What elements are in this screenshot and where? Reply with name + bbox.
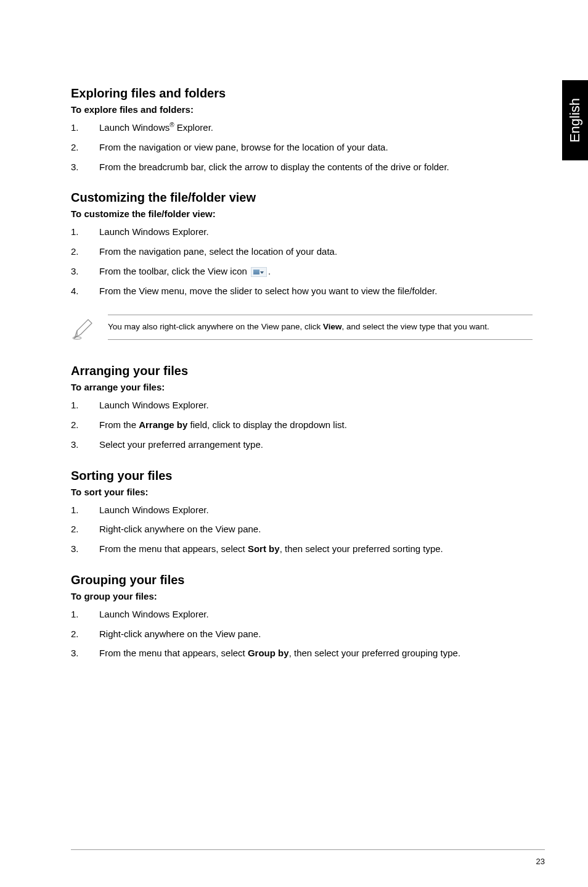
step-number: 2. — [71, 627, 99, 641]
list-item: 3. From the breadcrumb bar, click the ar… — [71, 160, 533, 174]
list-item: 1. Launch Windows Explorer. — [71, 225, 533, 239]
step-text: From the toolbar, click the View icon . — [99, 265, 533, 278]
svg-point-0 — [73, 337, 81, 339]
steps-customizing: 1. Launch Windows Explorer. 2. From the … — [71, 225, 533, 297]
steps-arranging: 1. Launch Windows Explorer. 2. From the … — [71, 398, 533, 451]
step-text: Launch Windows Explorer. — [99, 608, 533, 621]
step-text: Right-click anywhere on the View pane. — [99, 627, 533, 641]
list-item: 3. From the menu that appears, select Gr… — [71, 646, 533, 660]
steps-grouping: 1. Launch Windows Explorer. 2. Right-cli… — [71, 608, 533, 660]
language-tab-label: English — [567, 98, 583, 142]
subheading-customizing: To customize the file/folder view: — [71, 208, 533, 219]
note-block: You may also right-click anywhere on the… — [71, 315, 533, 344]
step-number: 1. — [71, 398, 99, 412]
step-number: 3. — [71, 160, 99, 174]
heading-sorting: Sorting your files — [71, 469, 533, 483]
step-number: 1. — [71, 503, 99, 517]
step-number: 1. — [71, 225, 99, 239]
list-item: 1. Launch Windows Explorer. — [71, 398, 533, 412]
list-item: 2. Right-click anywhere on the View pane… — [71, 627, 533, 641]
steps-sorting: 1. Launch Windows Explorer. 2. Right-cli… — [71, 503, 533, 556]
step-number: 3. — [71, 542, 99, 556]
subheading-arranging: To arrange your files: — [71, 382, 533, 392]
step-text: From the navigation pane, select the loc… — [99, 245, 533, 258]
step-text: Select your preferred arrangement type. — [99, 438, 533, 452]
list-item: 1. Launch Windows® Explorer. — [71, 121, 533, 134]
step-text: From the navigation or view pane, browse… — [99, 141, 533, 154]
subheading-sorting: To sort your files: — [71, 487, 533, 497]
heading-arranging: Arranging your files — [71, 364, 533, 378]
pencil-icon — [71, 315, 108, 344]
step-number: 4. — [71, 284, 99, 298]
step-number: 1. — [71, 121, 99, 134]
step-text: From the breadcrumb bar, click the arrow… — [99, 160, 533, 174]
step-number: 2. — [71, 418, 99, 432]
list-item: 2. From the navigation pane, select the … — [71, 245, 533, 258]
language-tab: English — [562, 80, 588, 160]
step-number: 2. — [71, 245, 99, 258]
step-number: 3. — [71, 265, 99, 278]
step-number: 3. — [71, 646, 99, 660]
step-text: Launch Windows® Explorer. — [99, 121, 533, 134]
footer-divider — [71, 849, 545, 850]
step-text: Right-click anywhere on the View pane. — [99, 522, 533, 536]
steps-exploring: 1. Launch Windows® Explorer. 2. From the… — [71, 121, 533, 173]
subheading-grouping: To group your files: — [71, 591, 533, 601]
list-item: 4. From the View menu, move the slider t… — [71, 284, 533, 298]
step-number: 2. — [71, 522, 99, 536]
step-text: From the menu that appears, select Sort … — [99, 542, 533, 556]
step-text: Launch Windows Explorer. — [99, 225, 533, 239]
list-item: 2. From the Arrange by field, click to d… — [71, 418, 533, 432]
step-number: 2. — [71, 141, 99, 154]
step-text: From the Arrange by field, click to disp… — [99, 418, 533, 432]
step-text: Launch Windows Explorer. — [99, 398, 533, 412]
heading-exploring: Exploring files and folders — [71, 86, 533, 101]
view-icon — [251, 267, 267, 277]
step-text: Launch Windows Explorer. — [99, 503, 533, 517]
list-item: 3. From the toolbar, click the View icon… — [71, 265, 533, 278]
heading-grouping: Grouping your files — [71, 573, 533, 587]
list-item: 3. From the menu that appears, select So… — [71, 542, 533, 556]
list-item: 3. Select your preferred arrangement typ… — [71, 438, 533, 452]
subheading-exploring: To explore files and folders: — [71, 104, 533, 115]
heading-customizing: Customizing the file/folder view — [71, 191, 533, 205]
list-item: 1. Launch Windows Explorer. — [71, 503, 533, 517]
step-text: From the menu that appears, select Group… — [99, 646, 533, 660]
list-item: 2. From the navigation or view pane, bro… — [71, 141, 533, 154]
list-item: 2. Right-click anywhere on the View pane… — [71, 522, 533, 536]
note-text: You may also right-click anywhere on the… — [108, 315, 533, 340]
page-content: Exploring files and folders To explore f… — [0, 0, 588, 714]
step-text: From the View menu, move the slider to s… — [99, 284, 533, 298]
list-item: 1. Launch Windows Explorer. — [71, 608, 533, 621]
step-number: 1. — [71, 608, 99, 621]
page-number: 23 — [536, 857, 545, 866]
step-number: 3. — [71, 438, 99, 452]
